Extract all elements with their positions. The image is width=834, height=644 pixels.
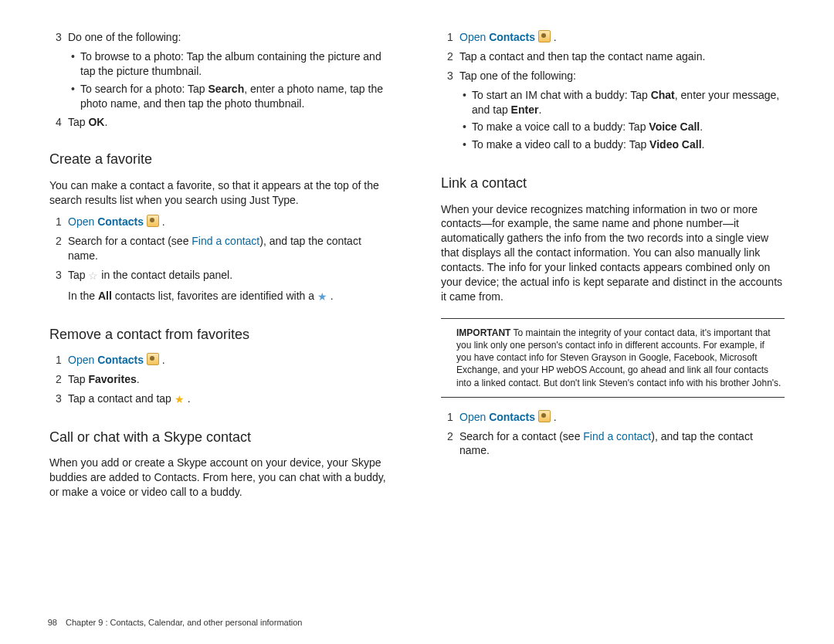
bullet-list: To start an IM chat with a buddy: Tap Ch…	[441, 88, 785, 153]
bullet-dot-icon	[71, 49, 80, 64]
text-run: .	[538, 103, 541, 116]
text-run: in the contact details panel.	[98, 269, 232, 281]
section-heading-link-contact: Link a contact	[441, 174, 785, 192]
bullet-list: To browse to a photo: Tap the album cont…	[49, 49, 393, 111]
bold-text: Video Call	[649, 138, 701, 151]
section-heading-create-favorite: Create a favorite	[49, 150, 393, 168]
text-run: .	[137, 373, 140, 385]
bold-text: Enter	[511, 103, 539, 116]
step-item: 1 Open Contacts .	[49, 215, 393, 229]
step-item: 3 Tap a contact and tap ★ .	[49, 391, 393, 406]
bullet-text: To make a voice call to a buddy: Tap Voi…	[472, 120, 785, 134]
bold-text: All	[98, 290, 112, 302]
bullet-dot-icon	[463, 137, 472, 152]
star-outline-icon: ☆	[88, 270, 98, 281]
step-number: 3	[49, 268, 68, 283]
bullet-item: To browse to a photo: Tap the album cont…	[71, 49, 393, 79]
bullet-dot-icon	[71, 82, 80, 97]
text-run: .	[702, 138, 705, 151]
bullet-text: To start an IM chat with a buddy: Tap Ch…	[472, 88, 785, 117]
step-text: Open Contacts .	[459, 410, 785, 425]
step-item: 1 Open Contacts .	[441, 410, 785, 425]
text-run: Tap	[68, 116, 88, 128]
open-link[interactable]: Open	[459, 31, 489, 43]
step-number: 3	[441, 69, 459, 83]
step-item: 2 Tap Favorites.	[49, 372, 393, 387]
open-link[interactable]: Open	[459, 411, 489, 423]
paragraph: You can make a contact a favorite, so th…	[49, 178, 393, 208]
text-run: .	[159, 215, 165, 228]
text-run: .	[327, 290, 334, 302]
bold-text: Chat	[651, 89, 675, 101]
bold-text: Search	[208, 83, 245, 95]
bullet-text: To browse to a photo: Tap the album cont…	[80, 49, 393, 79]
step-number: 1	[49, 353, 68, 368]
text-run: .	[185, 392, 191, 405]
text-run: Tap a contact and tap	[68, 392, 175, 405]
open-link[interactable]: Open	[68, 354, 97, 366]
important-label: IMPORTANT	[456, 327, 510, 338]
contacts-link[interactable]: Contacts	[97, 354, 144, 366]
bullet-text: To search for a photo: Tap Search, enter…	[80, 82, 393, 111]
text-run: To make a voice call to a buddy: Tap	[472, 120, 649, 133]
step-number: 1	[441, 410, 459, 425]
right-column: 1 Open Contacts . 2 Tap a contact and th…	[441, 25, 785, 597]
important-callout: IMPORTANT To maintain the integrity of y…	[441, 318, 785, 398]
text-run: contacts list, favorites are identified …	[112, 290, 317, 302]
contacts-app-icon	[538, 30, 551, 42]
step-text: Search for a contact (see Find a contact…	[68, 234, 393, 263]
step-item: 3 Tap ☆ in the contact details panel.	[49, 268, 393, 283]
step-number: 2	[441, 49, 459, 64]
text-run: .	[159, 354, 165, 366]
paragraph: When you add or create a Skype account o…	[49, 456, 393, 500]
step-text: Open Contacts .	[68, 215, 393, 229]
step-text: In the All contacts list, favorites are …	[68, 289, 393, 303]
text-run: .	[700, 120, 703, 133]
step-number: 1	[49, 215, 68, 229]
contacts-link[interactable]: Contacts	[97, 215, 144, 228]
step-item: 1 Open Contacts .	[49, 353, 393, 368]
step-text: Tap one of the following:	[459, 69, 785, 83]
step-text: Search for a contact (see Find a contact…	[459, 429, 785, 459]
step-item: 2 Search for a contact (see Find a conta…	[441, 429, 785, 459]
step-number: 3	[49, 391, 68, 406]
page-number: 98	[39, 618, 57, 627]
step-text: Tap a contact and tap ★ .	[68, 391, 393, 406]
step-item: 1 Open Contacts .	[441, 30, 785, 45]
page: 3 Do one of the following: To browse to …	[0, 0, 834, 644]
step-number: 3	[49, 30, 68, 45]
contacts-app-icon	[147, 353, 159, 365]
find-a-contact-link[interactable]: Find a contact	[192, 235, 259, 247]
text-run: To start an IM chat with a buddy: Tap	[472, 89, 651, 101]
contacts-app-icon	[147, 215, 159, 227]
step-item: 2 Tap a contact and then tap the contact…	[441, 49, 785, 64]
text-run: .	[104, 116, 107, 128]
section-heading-skype: Call or chat with a Skype contact	[49, 428, 393, 446]
text-run: Search for a contact (see	[459, 430, 583, 442]
find-a-contact-link[interactable]: Find a contact	[583, 430, 651, 442]
text-run: Tap	[68, 269, 88, 281]
page-footer: 98 Chapter 9 : Contacts, Calendar, and o…	[39, 618, 302, 627]
step-number: 4	[49, 115, 68, 130]
footer-chapter: Chapter 9 : Contacts, Calendar, and othe…	[66, 618, 302, 627]
step-number: 2	[49, 372, 68, 387]
step-item: 4 Tap OK.	[49, 115, 393, 130]
text-run: In the	[68, 290, 98, 302]
contacts-link[interactable]: Contacts	[489, 411, 535, 423]
step-text: Tap ☆ in the contact details panel.	[68, 268, 393, 283]
step-text: Open Contacts .	[459, 30, 785, 45]
two-column-layout: 3 Do one of the following: To browse to …	[49, 25, 785, 597]
bullet-dot-icon	[463, 120, 472, 134]
bullet-item: To search for a photo: Tap Search, enter…	[71, 82, 393, 111]
bold-text: OK	[88, 116, 104, 128]
step-number: 2	[441, 429, 459, 444]
text-run: To search for a photo: Tap	[80, 83, 208, 95]
step-item: 2 Search for a contact (see Find a conta…	[49, 234, 393, 263]
step-note: In the All contacts list, favorites are …	[49, 289, 393, 303]
paragraph: When your device recognizes matching inf…	[441, 202, 785, 304]
text-run: Search for a contact (see	[68, 235, 192, 247]
contacts-link[interactable]: Contacts	[489, 31, 535, 43]
step-text: Open Contacts .	[68, 353, 393, 368]
open-link[interactable]: Open	[68, 215, 97, 228]
step-number: 1	[441, 30, 459, 45]
